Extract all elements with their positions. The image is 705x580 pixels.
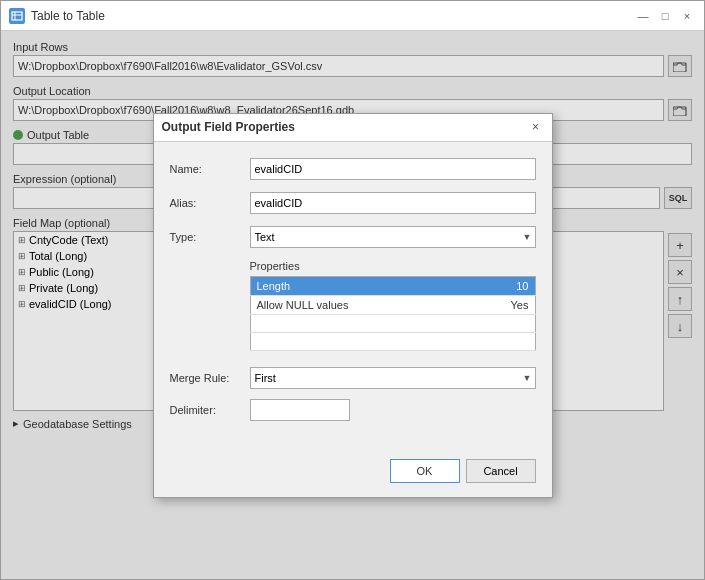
title-bar-left: Table to Table [9, 8, 105, 24]
app-icon [9, 8, 25, 24]
title-bar: Table to Table — □ × [1, 1, 704, 31]
main-window: Table to Table — □ × Input Rows [0, 0, 705, 580]
svg-rect-0 [12, 12, 22, 20]
modal-name-field[interactable] [250, 158, 536, 180]
empty-cell [250, 332, 471, 350]
property-value: Yes [471, 295, 535, 314]
modal-merge-rule-label: Merge Rule: [170, 372, 250, 384]
modal-body: Name: Alias: Type: Text [154, 142, 552, 451]
maximize-button[interactable]: □ [656, 7, 674, 25]
properties-section: Properties Length 10 Allow NULL values Y… [250, 260, 536, 351]
table-row [250, 332, 535, 350]
modal-type-label: Type: [170, 231, 250, 243]
modal-delimiter-field[interactable] [250, 399, 350, 421]
modal-type-row: Type: Text Short Long Float Double Date … [170, 226, 536, 248]
table-row [250, 314, 535, 332]
window-title: Table to Table [31, 9, 105, 23]
modal-alias-label: Alias: [170, 197, 250, 209]
properties-table: Length 10 Allow NULL values Yes [250, 276, 536, 351]
cancel-button[interactable]: Cancel [466, 459, 536, 483]
output-field-properties-dialog: Output Field Properties × Name: Alias: [153, 113, 553, 498]
modal-delimiter-label: Delimiter: [170, 404, 250, 416]
modal-merge-rule-row: Merge Rule: First Last Join Sum Mean Med… [170, 367, 536, 389]
empty-cell [471, 314, 535, 332]
modal-name-label: Name: [170, 163, 250, 175]
merge-rule-select-wrap: First Last Join Sum Mean Median Mode Min… [250, 367, 536, 389]
main-content: Input Rows Output Location [1, 31, 704, 579]
close-button[interactable]: × [678, 7, 696, 25]
merge-rule-select[interactable]: First Last Join Sum Mean Median Mode Min… [250, 367, 536, 389]
modal-type-select[interactable]: Text Short Long Float Double Date BLOB [250, 226, 536, 248]
table-row[interactable]: Allow NULL values Yes [250, 295, 535, 314]
minimize-button[interactable]: — [634, 7, 652, 25]
modal-footer: OK Cancel [154, 451, 552, 497]
window-controls: — □ × [634, 7, 696, 25]
ok-button[interactable]: OK [390, 459, 460, 483]
properties-label: Properties [250, 260, 536, 272]
modal-name-row: Name: [170, 158, 536, 180]
table-row[interactable]: Length 10 [250, 276, 535, 295]
modal-type-select-wrap: Text Short Long Float Double Date BLOB ▼ [250, 226, 536, 248]
empty-cell [471, 332, 535, 350]
modal-alias-row: Alias: [170, 192, 536, 214]
modal-overlay: Output Field Properties × Name: Alias: [1, 31, 704, 579]
modal-title-bar: Output Field Properties × [154, 114, 552, 142]
property-key: Length [250, 276, 471, 295]
modal-title: Output Field Properties [162, 120, 295, 134]
property-key: Allow NULL values [250, 295, 471, 314]
modal-alias-field[interactable] [250, 192, 536, 214]
modal-close-button[interactable]: × [528, 119, 544, 135]
property-value: 10 [471, 276, 535, 295]
modal-delimiter-row: Delimiter: [170, 399, 536, 421]
empty-cell [250, 314, 471, 332]
